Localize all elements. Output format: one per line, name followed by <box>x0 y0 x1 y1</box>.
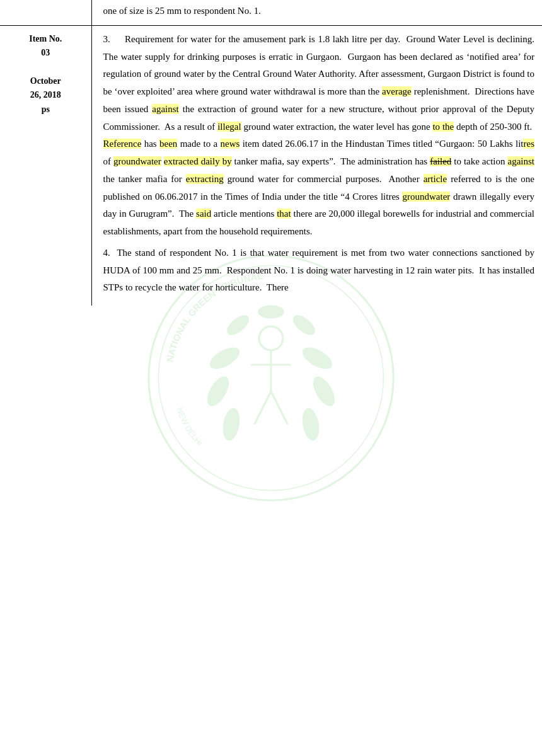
highlight-groundwater-1: groundwater <box>113 156 161 166</box>
svg-point-13 <box>221 406 242 442</box>
page-container: NATIONAL GREEN TRIBUNAL NEW DELHI <box>0 0 542 756</box>
svg-point-15 <box>258 306 284 319</box>
highlight-litres: res <box>523 139 534 149</box>
highlight-against-2: against <box>507 156 534 166</box>
svg-line-7 <box>255 391 271 425</box>
top-line-cell: one of size is 25 mm to respondent No. 1… <box>91 0 542 25</box>
paragraph-4: 4. The stand of respondent No. 1 is that… <box>103 244 535 297</box>
svg-point-4 <box>259 326 283 350</box>
item-info-cell: Item No. 03 October 26, 2018 ps <box>0 25 91 306</box>
highlight-failed: failed <box>430 156 451 166</box>
highlight-said: said <box>196 209 211 219</box>
svg-point-17 <box>290 311 319 338</box>
date-rest: 26, 2018 <box>5 88 86 102</box>
svg-point-16 <box>224 311 253 338</box>
date-label: October <box>5 74 86 88</box>
svg-point-14 <box>300 406 321 442</box>
svg-point-11 <box>203 373 233 410</box>
highlight-against-1: against <box>152 104 179 114</box>
highlight-news: news <box>221 139 240 149</box>
svg-line-8 <box>271 391 287 425</box>
item-info: Item No. 03 October 26, 2018 ps <box>5 32 86 117</box>
highlight-that: that <box>277 209 291 219</box>
highlight-article: article <box>424 174 447 184</box>
svg-point-10 <box>299 343 335 373</box>
highlight-average: average <box>382 86 412 96</box>
main-text: 3. Requirement for water for the amuseme… <box>103 31 535 297</box>
highlight-reference: Reference <box>103 139 142 149</box>
top-line: one of size is 25 mm to respondent No. 1… <box>103 6 261 16</box>
svg-point-9 <box>206 343 243 373</box>
paragraph-3: 3. Requirement for water for the amuseme… <box>103 31 535 241</box>
strikethrough-failed: failed <box>430 156 451 166</box>
document-table: one of size is 25 mm to respondent No. 1… <box>0 0 542 306</box>
highlight-extracting: extracting <box>186 174 224 184</box>
highlight-groundwater-2: groundwater <box>402 192 450 202</box>
main-content-cell: 3. Requirement for water for the amuseme… <box>91 25 542 306</box>
highlight-illegal: illegal <box>217 122 241 132</box>
highlight-been: been <box>159 139 177 149</box>
top-line-text: one of size is 25 mm to respondent No. 1… <box>103 3 535 20</box>
item-label: Item No. <box>5 32 86 46</box>
suffix: ps <box>5 103 86 117</box>
item-number: 03 <box>5 46 86 60</box>
left-column-top <box>0 0 91 25</box>
highlight-extracted-daily-by: extracted daily by <box>164 156 232 166</box>
svg-text:NEW DELHI: NEW DELHI <box>175 406 204 447</box>
highlight-to-the: to the <box>432 122 454 132</box>
svg-point-12 <box>309 373 339 410</box>
